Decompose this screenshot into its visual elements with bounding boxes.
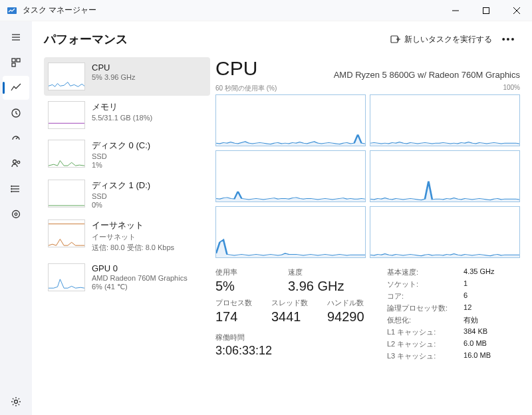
cpu-core-chart-3 <box>370 150 520 202</box>
title-bar: タスク マネージャー <box>0 0 532 21</box>
spec-value: 1 <box>464 279 494 289</box>
spec-value: 4.35 GHz <box>464 267 494 277</box>
axis-left: 60 秒間の使用率 (%) <box>215 84 277 93</box>
cpu-specs-table: 基本速度:4.35 GHzソケット:1コア:6論理プロセッサ数:12仮想化:有効… <box>387 267 495 361</box>
cpu-core-chart-5 <box>370 206 520 258</box>
spec-key: L2 キャッシュ: <box>387 339 448 349</box>
svg-point-21 <box>13 211 20 218</box>
svg-marker-30 <box>216 134 365 146</box>
cpu-thumb <box>48 63 85 90</box>
sidebar-item-disk1[interactable]: ディスク 1 (D:)SSD0% <box>44 174 210 214</box>
disk0-name: ディスク 0 (C:) <box>92 140 150 152</box>
spec-key: ソケット: <box>387 279 448 289</box>
nav-startup[interactable] <box>3 126 29 150</box>
axis-right: 100% <box>503 84 520 93</box>
sidebar-item-cpu[interactable]: CPU5% 3.96 GHz <box>44 57 210 96</box>
stat-block: 使用率5% <box>215 267 272 294</box>
cpu-name: CPU <box>92 63 135 72</box>
nav-users[interactable] <box>3 152 29 176</box>
stat-block: ハンドル数94290 <box>327 298 367 325</box>
svg-point-23 <box>15 400 18 404</box>
spec-value: 384 KB <box>464 327 494 337</box>
spec-key: コア: <box>387 291 448 301</box>
spec-value: 16.0 MB <box>464 351 494 361</box>
cpu-core-chart-4 <box>215 206 366 258</box>
svg-rect-0 <box>7 7 17 14</box>
cpu-core-chart-1 <box>370 94 520 146</box>
spec-key: 論理プロセッサ数: <box>387 303 448 313</box>
svg-point-14 <box>17 161 20 164</box>
sidebar-item-ethernet[interactable]: イーサネットイーサネット送信: 80.0 受信: 8.0 Kbps <box>44 214 210 258</box>
spec-value: 6.0 MB <box>464 339 494 349</box>
stat-block: 速度3.96 GHz <box>288 267 344 294</box>
page-header: パフォーマンス 新しいタスクを実行する ••• <box>44 21 520 57</box>
svg-rect-2 <box>483 7 489 13</box>
run-task-label: 新しいタスクを実行する <box>404 34 492 45</box>
cpu-stat: 5% 3.96 GHz <box>92 73 135 81</box>
disk1-l2: 0% <box>92 201 150 209</box>
spec-key: L1 キャッシュ: <box>387 327 448 337</box>
cpu-core-chart-0 <box>215 94 366 146</box>
svg-point-20 <box>11 191 12 192</box>
eth-l2: 送信: 80.0 受信: 8.0 Kbps <box>92 243 174 253</box>
spec-key: L3 キャッシュ: <box>387 351 448 361</box>
run-task-button[interactable]: 新しいタスクを実行する <box>390 34 492 45</box>
uptime-value: 3:06:33:12 <box>215 344 367 358</box>
stat-block: プロセス数174 <box>215 298 255 325</box>
disk1-name: ディスク 1 (D:) <box>92 180 150 192</box>
eth-name: イーサネット <box>92 219 174 231</box>
cpu-chart-grid <box>215 94 520 258</box>
sidebar-item-disk0[interactable]: ディスク 0 (C:)SSD1% <box>44 134 210 174</box>
disk0-thumb <box>48 140 85 168</box>
cpu-core-chart-2 <box>215 150 366 202</box>
eth-thumb <box>48 219 85 247</box>
detail-pane: CPU AMD Ryzen 5 8600G w/ Radeon 760M Gra… <box>210 57 520 415</box>
spec-value: 有効 <box>464 315 494 325</box>
gpu-name: GPU 0 <box>92 263 188 273</box>
disk0-l2: 1% <box>92 161 150 169</box>
spec-key: 仮想化: <box>387 315 448 325</box>
detail-title: CPU <box>215 57 257 80</box>
more-button[interactable]: ••• <box>497 28 520 51</box>
nav-app-history[interactable] <box>3 101 29 125</box>
close-button[interactable] <box>501 0 532 21</box>
window-title: タスク マネージャー <box>23 5 440 16</box>
svg-line-12 <box>16 137 18 139</box>
maximize-button[interactable] <box>471 0 501 21</box>
nav-menu-button[interactable] <box>3 25 29 49</box>
gpu-thumb <box>48 263 85 291</box>
svg-point-19 <box>11 188 12 189</box>
nav-settings[interactable] <box>3 390 29 414</box>
memory-name: メモリ <box>92 101 152 113</box>
svg-rect-9 <box>17 59 20 62</box>
svg-point-18 <box>11 186 12 186</box>
detail-subtitle: AMD Ryzen 5 8600G w/ Radeon 760M Graphic… <box>268 70 520 80</box>
resource-list: CPU5% 3.96 GHz メモリ5.5/31.1 GB (18%) ディスク… <box>44 57 210 415</box>
nav-rail <box>0 21 32 415</box>
svg-rect-8 <box>12 59 15 62</box>
svg-rect-10 <box>12 63 15 67</box>
gpu-l2: 6% (41 ℃) <box>92 283 188 291</box>
eth-l1: イーサネット <box>92 232 174 242</box>
minimize-button[interactable] <box>440 0 471 21</box>
spec-value: 6 <box>464 291 494 301</box>
disk1-thumb <box>48 180 85 208</box>
svg-point-13 <box>13 160 17 164</box>
nav-details[interactable] <box>3 177 29 201</box>
sidebar-item-gpu[interactable]: GPU 0AMD Radeon 760M Graphics6% (41 ℃) <box>44 258 210 297</box>
spec-value: 12 <box>464 303 494 313</box>
svg-point-22 <box>15 213 17 215</box>
spec-key: 基本速度: <box>387 267 448 277</box>
disk0-l1: SSD <box>92 152 150 160</box>
sidebar-item-memory[interactable]: メモリ5.5/31.1 GB (18%) <box>44 96 210 134</box>
nav-services[interactable] <box>3 202 29 226</box>
disk1-l1: SSD <box>92 192 150 200</box>
gpu-l1: AMD Radeon 760M Graphics <box>92 274 188 282</box>
memory-thumb <box>48 101 85 129</box>
page-title: パフォーマンス <box>44 31 390 47</box>
nav-performance[interactable] <box>3 76 29 100</box>
memory-stat: 5.5/31.1 GB (18%) <box>92 114 152 122</box>
nav-processes[interactable] <box>3 51 29 74</box>
app-icon <box>7 5 17 16</box>
uptime-label: 稼働時間 <box>215 333 367 343</box>
